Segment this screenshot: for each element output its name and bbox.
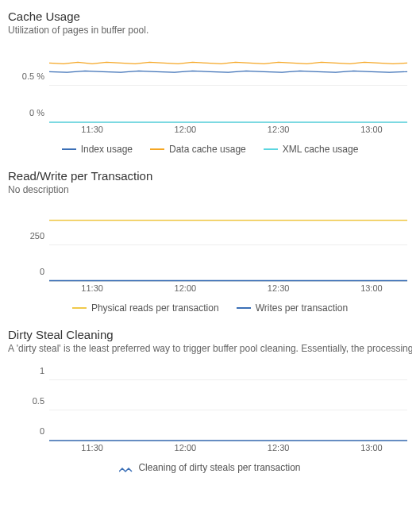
xtick: 12:00 — [175, 125, 197, 134]
xtick: 11:30 — [81, 283, 103, 293]
ytick: 0.5 — [8, 396, 44, 406]
panel-title: Dirty Steal Cleaning — [8, 328, 412, 341]
ytick: 250 — [8, 231, 44, 241]
ytick: 0 % — [8, 108, 44, 117]
legend: Index usage Data cache usage XML cache u… — [8, 144, 412, 155]
line-swatch-icon — [72, 307, 87, 309]
xtick: 12:00 — [175, 283, 197, 293]
panel-rw-transaction: Read/Write per Transaction No descriptio… — [0, 169, 420, 329]
zigzag-swatch-icon — [119, 464, 133, 471]
panel-desc: A 'dirty steal' is the least preferred w… — [8, 343, 412, 356]
panel-cache-usage: Cache Usage Utilization of pages in buff… — [0, 10, 420, 169]
plot-area: 0 250 — [49, 209, 407, 282]
xticks: 11:30 12:00 12:30 13:00 — [49, 443, 407, 456]
xtick: 11:30 — [81, 443, 103, 452]
plot-area: 0 % 0.5 % — [49, 50, 407, 123]
line-swatch-icon — [62, 148, 76, 150]
xtick: 12:00 — [175, 443, 197, 452]
line-swatch-icon — [264, 148, 278, 150]
plot-area: 0 0.5 1 — [49, 368, 407, 441]
line-swatch-icon — [150, 148, 164, 150]
xtick: 13:00 — [360, 443, 383, 452]
line-swatch-icon — [237, 307, 251, 309]
legend-item[interactable]: XML cache usage — [264, 144, 359, 155]
legend-item[interactable]: Index usage — [62, 144, 133, 155]
panel-desc: Utilization of pages in buffer pool. — [8, 25, 412, 37]
xtick: 13:00 — [360, 125, 383, 134]
panel-title: Cache Usage — [8, 10, 412, 23]
xtick: 12:30 — [268, 283, 290, 293]
panel-dirty-steal: Dirty Steal Cleaning A 'dirty steal' is … — [0, 328, 420, 487]
xtick: 12:30 — [268, 443, 290, 452]
xticks: 11:30 12:00 12:30 13:00 — [49, 283, 407, 296]
xtick: 12:30 — [268, 125, 290, 134]
series-lines — [49, 368, 407, 441]
xtick: 11:30 — [81, 125, 103, 134]
chart-cache-usage[interactable]: 0 % 0.5 % 11:30 12:00 12:30 13:00 — [49, 50, 407, 137]
xticks: 11:30 12:00 12:30 13:00 — [49, 125, 407, 137]
line-data-cache — [49, 62, 407, 64]
legend: Cleaning of dirty steals per transaction — [8, 462, 412, 473]
panel-title: Read/Write per Transaction — [8, 169, 412, 183]
ytick: 0.5 % — [8, 71, 44, 81]
xtick: 13:00 — [360, 283, 383, 293]
legend-item[interactable]: Data cache usage — [150, 144, 246, 155]
ytick: 1 — [8, 366, 44, 375]
ytick: 0 — [8, 267, 44, 276]
chart-dirty-steal[interactable]: 0 0.5 1 11:30 12:00 12:30 13:00 — [49, 368, 407, 456]
chart-rw[interactable]: 0 250 11:30 12:00 12:30 13:00 — [49, 209, 407, 296]
legend: Physical reads per transaction Writes pe… — [8, 302, 412, 314]
legend-item[interactable]: Physical reads per transaction — [72, 302, 219, 314]
panel-desc: No description — [8, 184, 412, 197]
series-lines — [49, 209, 407, 281]
series-lines — [49, 50, 407, 122]
legend-item[interactable]: Cleaning of dirty steals per transaction — [119, 462, 300, 473]
ytick: 0 — [8, 426, 44, 436]
line-index-usage — [49, 71, 407, 72]
legend-item[interactable]: Writes per transaction — [237, 302, 349, 314]
